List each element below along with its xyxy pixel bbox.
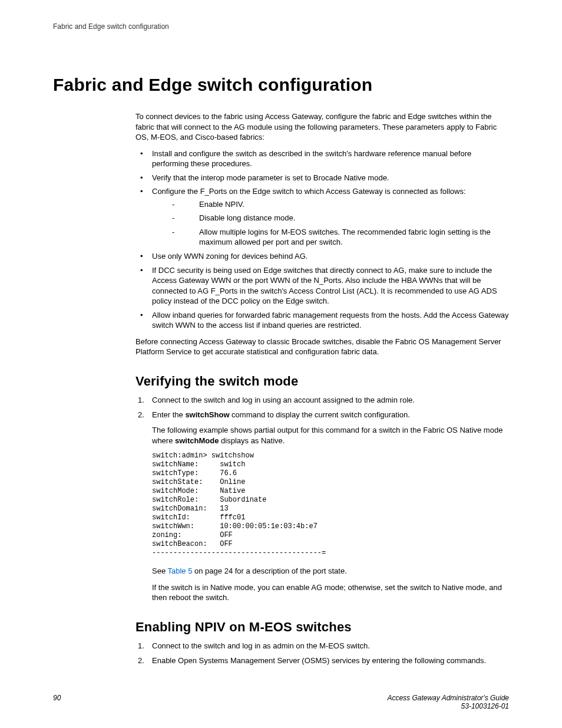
command-name: switchShow	[185, 410, 229, 419]
doc-title: Access Gateway Administrator's Guide	[387, 694, 509, 702]
page-footer: 90 Access Gateway Administrator's Guide …	[53, 694, 509, 710]
step-text: on page 24 for a description of the port…	[192, 566, 346, 575]
page-title: Fabric and Edge switch configuration	[53, 75, 509, 95]
table-link[interactable]: Table 5	[168, 566, 193, 575]
bullet-item: If DCC security is being used on Edge sw…	[135, 265, 509, 307]
field-name: switchMode	[175, 436, 219, 445]
section-heading-npiv: Enabling NPIV on M-EOS switches	[135, 620, 509, 635]
sub-bullet-item: Allow multiple logins for M-EOS switches…	[167, 227, 509, 248]
page-number: 90	[53, 694, 61, 702]
sub-bullet-item: Enable NPIV.	[167, 199, 509, 210]
bullet-item: Allow inband queries for forwarded fabri…	[135, 310, 509, 331]
bullet-item: Configure the F_Ports on the Edge switch…	[135, 186, 509, 248]
step-text: Enter the	[152, 410, 185, 419]
step-paragraph: The following example shows partial outp…	[152, 425, 509, 446]
step-item: Connect to the switch and log in using a…	[135, 395, 509, 406]
body-block: To connect devices to the fabric using A…	[135, 111, 509, 666]
step-text: command to display the current switch co…	[230, 410, 410, 419]
step-text: displays as Native.	[219, 436, 285, 445]
step-item: Connect to the switch and log in as admi…	[135, 641, 509, 651]
step-paragraph: See Table 5 on page 24 for a description…	[152, 566, 509, 577]
section-heading-verifying: Verifying the switch mode	[135, 374, 509, 389]
step-paragraph: If the switch is in Native mode, you can…	[152, 582, 509, 603]
page: Fabric and Edge switch configuration Fab…	[0, 0, 562, 728]
bullet-item: Use only WWN zoning for devices behind A…	[135, 251, 509, 262]
step-text: See	[152, 566, 168, 575]
verifying-steps: Connect to the switch and log in using a…	[135, 395, 509, 603]
sub-bullet-item: Disable long distance mode.	[167, 213, 509, 223]
npiv-steps: Connect to the switch and log in as admi…	[135, 641, 509, 666]
bullet-item: Verify that the interop mode parameter i…	[135, 173, 509, 183]
step-item: Enable Open Systems Management Server (O…	[135, 655, 509, 666]
code-block: switch:admin> switchshow switchName: swi…	[152, 452, 509, 558]
bullet-item: Install and configure the switch as desc…	[135, 149, 509, 169]
doc-info: Access Gateway Administrator's Guide 53-…	[387, 694, 509, 710]
config-bullets: Install and configure the switch as desc…	[135, 149, 509, 331]
sub-bullets: Enable NPIV. Disable long distance mode.…	[167, 199, 509, 248]
running-header: Fabric and Edge switch configuration	[53, 22, 509, 31]
intro-paragraph: To connect devices to the fabric using A…	[135, 111, 509, 143]
bullet-text: Configure the F_Ports on the Edge switch…	[152, 187, 466, 196]
after-bullets-paragraph: Before connecting Access Gateway to clas…	[135, 337, 509, 357]
doc-number: 53-1003126-01	[461, 702, 509, 710]
step-item: Enter the switchShow command to display …	[135, 410, 509, 602]
